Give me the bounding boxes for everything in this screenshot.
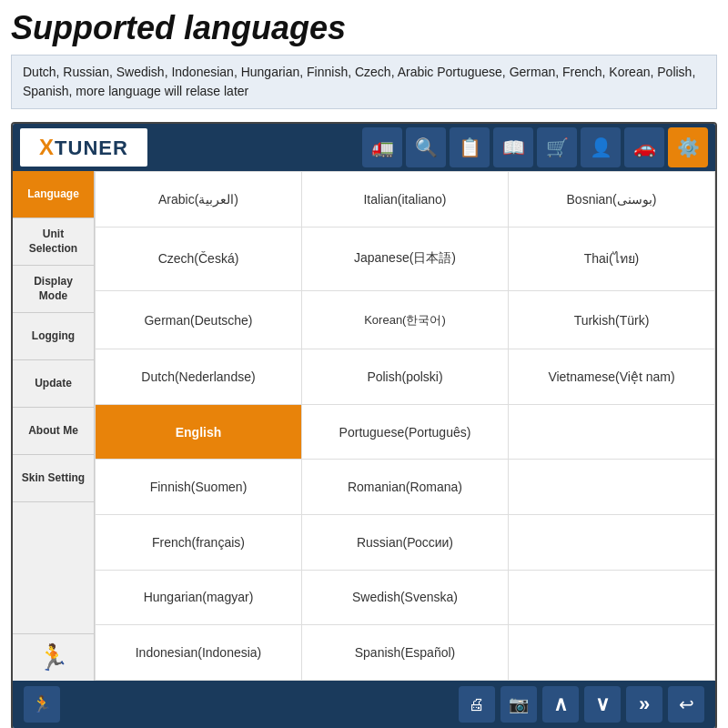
table-row: Czech(Česká) Japanese(日本語) Thai(ไทย)	[96, 227, 715, 290]
logo-text: XTUNER	[39, 135, 128, 160]
table-row: Arabic(العربية) Italian(italiano) Bosnia…	[96, 172, 715, 228]
lang-bosnian[interactable]: Bosnian(بوسنی)	[509, 172, 715, 228]
run-icon: 🏃	[37, 642, 69, 672]
forward-icon[interactable]: »	[626, 686, 662, 723]
lang-hungarian[interactable]: Hungarian(magyar)	[96, 570, 302, 625]
truck-icon[interactable]: 🚛	[362, 127, 402, 167]
app-footer: 🏃 🖨 📷 ∧ ∨ » ↩	[13, 681, 715, 728]
language-table: Arabic(العربية) Italian(italiano) Bosnia…	[95, 171, 715, 681]
lang-korean[interactable]: Korean(한국어)	[302, 291, 509, 349]
camera-icon[interactable]: 📷	[500, 686, 537, 723]
lang-german[interactable]: German(Deutsche)	[96, 291, 302, 349]
lang-turkish[interactable]: Turkish(Türk)	[509, 291, 715, 349]
lang-thai[interactable]: Thai(ไทย)	[509, 227, 715, 290]
clipboard-icon[interactable]: 📋	[450, 127, 490, 167]
lang-dutch[interactable]: Dutch(Nederlandse)	[96, 349, 302, 405]
back-icon[interactable]: ↩	[668, 686, 704, 723]
lang-japanese[interactable]: Japanese(日本語)	[302, 227, 509, 290]
car-icon[interactable]: 🚗	[624, 127, 664, 167]
table-row: German(Deutsche) Korean(한국어) Turkish(Tür…	[96, 291, 715, 349]
lang-empty-5	[509, 625, 715, 681]
lang-arabic[interactable]: Arabic(العربية)	[96, 172, 302, 228]
lang-italian[interactable]: Italian(italiano)	[302, 172, 509, 228]
user-icon[interactable]: 👤	[581, 127, 621, 167]
logo-area: XTUNER	[20, 128, 147, 167]
lang-romanian[interactable]: Romanian(Romana)	[302, 460, 509, 515]
lang-english[interactable]: English	[96, 404, 302, 460]
lang-french[interactable]: French(français)	[96, 514, 302, 570]
lang-russian[interactable]: Russian(России)	[302, 514, 509, 570]
sidebar-item-logging[interactable]: Logging	[13, 313, 94, 360]
language-grid: Arabic(العربية) Italian(italiano) Bosnia…	[95, 171, 715, 681]
magnify-icon[interactable]: 🔍	[406, 127, 446, 167]
table-row: English Portuguese(Português)	[96, 404, 715, 460]
table-row: Finnish(Suomen) Romanian(Romana)	[96, 460, 715, 515]
page-title: Supported languages	[11, 9, 717, 47]
subtitle-text: Dutch, Russian, Swedish, Indonesian, Hun…	[23, 65, 695, 98]
sidebar: Language Unit Selection Display Mode Log…	[13, 171, 95, 681]
sidebar-item-update[interactable]: Update	[13, 360, 94, 408]
app-header: XTUNER 🚛 🔍 📋 📖 🛒 👤 🚗 ⚙️	[13, 124, 715, 171]
sidebar-item-unit-selection[interactable]: Unit Selection	[13, 218, 94, 266]
page-wrapper: Supported languages Dutch, Russian, Swed…	[0, 0, 728, 728]
lang-portuguese[interactable]: Portuguese(Português)	[302, 404, 509, 460]
table-row: Dutch(Nederlandse) Polish(polski) Vietna…	[96, 349, 715, 405]
lang-finnish[interactable]: Finnish(Suomen)	[96, 460, 302, 515]
lang-empty-3	[509, 514, 715, 570]
app-frame: XTUNER 🚛 🔍 📋 📖 🛒 👤 🚗 ⚙️ Language Unit Se…	[11, 122, 717, 728]
table-row: French(français) Russian(России)	[96, 514, 715, 570]
app-content: Language Unit Selection Display Mode Log…	[13, 171, 715, 681]
lang-vietnamese[interactable]: Vietnamese(Việt nam)	[509, 349, 715, 405]
lang-polish[interactable]: Polish(polski)	[302, 349, 509, 405]
run-footer-icon[interactable]: 🏃	[24, 686, 60, 723]
book-icon[interactable]: 📖	[493, 127, 533, 167]
down-icon[interactable]: ∨	[584, 686, 621, 723]
table-row: Hungarian(magyar) Swedish(Svenska)	[96, 570, 715, 625]
lang-empty-4	[509, 570, 715, 625]
sidebar-item-skin-setting[interactable]: Skin Setting	[13, 455, 94, 502]
print-icon[interactable]: 🖨	[459, 686, 495, 723]
cart-icon[interactable]: 🛒	[537, 127, 577, 167]
logo-x: X	[39, 135, 55, 159]
sidebar-footer: 🏃	[13, 633, 94, 681]
sidebar-item-language[interactable]: Language	[13, 171, 94, 218]
subtitle-box: Dutch, Russian, Swedish, Indonesian, Hun…	[11, 55, 717, 109]
gear-icon[interactable]: ⚙️	[668, 127, 708, 167]
table-row: Indonesian(Indonesia) Spanish(Español)	[96, 625, 715, 681]
lang-swedish[interactable]: Swedish(Svenska)	[302, 570, 509, 625]
lang-spanish[interactable]: Spanish(Español)	[302, 625, 509, 681]
up-icon[interactable]: ∧	[542, 686, 579, 723]
lang-empty-2	[509, 460, 715, 515]
sidebar-item-display-mode[interactable]: Display Mode	[13, 266, 94, 313]
sidebar-item-about-me[interactable]: About Me	[13, 408, 94, 455]
header-icons: 🚛 🔍 📋 📖 🛒 👤 🚗 ⚙️	[362, 127, 708, 167]
lang-czech[interactable]: Czech(Česká)	[96, 227, 302, 290]
lang-empty-1	[509, 404, 715, 460]
lang-indonesian[interactable]: Indonesian(Indonesia)	[96, 625, 302, 681]
